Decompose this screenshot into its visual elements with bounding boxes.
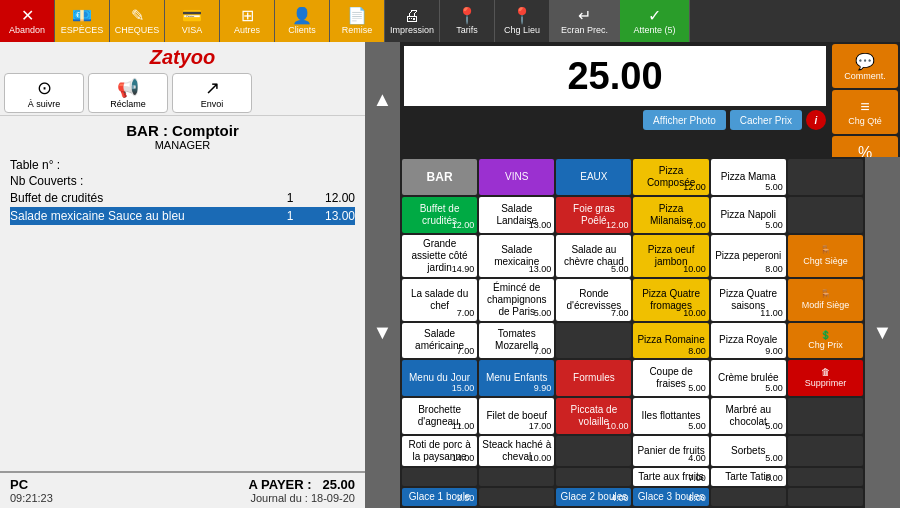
menu-cell[interactable]: Panier de fruits4.00 xyxy=(633,436,708,466)
cacher-prix-button[interactable]: Cacher Prix xyxy=(730,110,802,130)
menu-cell[interactable]: Sorbets5.00 xyxy=(711,436,786,466)
pc-label: PC xyxy=(10,477,28,492)
menu-cell[interactable]: Menu Enfants9.90 xyxy=(479,360,554,396)
clients-button[interactable]: 👤 Clients xyxy=(275,0,330,42)
ecran-prec-button[interactable]: ↵ Ecran Prec. xyxy=(550,0,620,42)
reclame-btn[interactable]: 📢 Réclame xyxy=(88,73,168,113)
comment-icon: 💬 xyxy=(855,52,875,71)
menu-cell[interactable]: Pizza Quatre fromages10.00 xyxy=(633,279,708,321)
autres-button[interactable]: ⊞ Autres xyxy=(220,0,275,42)
menu-cell-empty xyxy=(788,197,863,233)
menu-cell[interactable]: Crème brulée5.00 xyxy=(711,360,786,396)
menu-cell[interactable]: Pizza Milanaise7.00 xyxy=(633,197,708,233)
table-line: Table n° : xyxy=(10,157,355,173)
menu-cell[interactable]: Piccata de volaille10.00 xyxy=(556,398,631,434)
menu-cell[interactable]: Pizza Quatre saisons11.00 xyxy=(711,279,786,321)
menu-cell[interactable]: Coupe de fraises5.00 xyxy=(633,360,708,396)
tarifs-button[interactable]: 📍 Tarifs xyxy=(440,0,495,42)
menu-cell[interactable]: EAUX xyxy=(556,159,631,195)
chg-lieu-button[interactable]: 📍 Chg Lieu xyxy=(495,0,550,42)
time-display: 09:21:23 xyxy=(10,492,53,504)
menu-cell[interactable]: Roti de porc à la paysanne14.00 xyxy=(402,436,477,466)
menu-cell-empty xyxy=(479,468,554,486)
scroll-right-button[interactable]: ▼ xyxy=(865,157,900,508)
menu-cell[interactable]: Tarte Tatin8.00 xyxy=(711,468,786,486)
menu-cell[interactable]: Tomates Mozarella7.00 xyxy=(479,323,554,359)
a-payer-label: A PAYER : 25.00 xyxy=(249,477,355,492)
scroll-up-button[interactable]: ▲ xyxy=(365,42,400,157)
a-suivre-btn[interactable]: ⊙ À suivre xyxy=(4,73,84,113)
left-footer: PC A PAYER : 25.00 09:21:23 Journal du :… xyxy=(0,471,365,508)
menu-cell-empty: 🪑 Chgt Siège xyxy=(788,235,863,277)
menu-cell[interactable]: Émincé de champignons de Paris5.00 xyxy=(479,279,554,321)
menu-cell[interactable]: Pizza peperoni8.00 xyxy=(711,235,786,277)
menu-cell[interactable]: Pizza Romaine8.00 xyxy=(633,323,708,359)
doc-icon: 📄 xyxy=(347,8,367,24)
menu-cell-empty xyxy=(788,488,863,506)
menu-cell[interactable]: Formules xyxy=(556,360,631,396)
info-button[interactable]: i xyxy=(806,110,826,130)
menu-cell[interactable]: Buffet de crudités12.00 xyxy=(402,197,477,233)
menu-cell[interactable]: Glace 1 boule2.50 xyxy=(402,488,477,506)
menu-cell[interactable]: La salade du chef7.00 xyxy=(402,279,477,321)
menu-cell[interactable]: Steack haché à cheval10.00 xyxy=(479,436,554,466)
menu-cell[interactable]: Salade mexicaine13.00 xyxy=(479,235,554,277)
envoi-btn[interactable]: ↗ Envoi xyxy=(172,73,252,113)
menu-cell-empty xyxy=(556,323,631,359)
menu-cell[interactable]: Iles flottantes5.00 xyxy=(633,398,708,434)
impression-button[interactable]: 🖨 Impression xyxy=(385,0,440,42)
megaphone-icon: 📢 xyxy=(117,77,139,99)
menu-cell[interactable]: Salade Landaise13.00 xyxy=(479,197,554,233)
menu-cell[interactable]: Filet de boeuf17.00 xyxy=(479,398,554,434)
left-subnav: ⊙ À suivre 📢 Réclame ↗ Envoi xyxy=(0,71,365,116)
menu-cell[interactable]: Glace 2 boules4.00 xyxy=(556,488,631,506)
menu-cell[interactable]: Menu du Jour15.00 xyxy=(402,360,477,396)
especes-button[interactable]: 💶 ESPÈCES xyxy=(55,0,110,42)
order-subtitle: MANAGER xyxy=(10,139,355,151)
menu-cell-empty: 🪑 Modif Siège xyxy=(788,279,863,321)
menu-cell[interactable]: Brochette d'agneau,11.00 xyxy=(402,398,477,434)
menu-cell[interactable]: Grande assiette côté jardin14.90 xyxy=(402,235,477,277)
table-row[interactable]: Salade mexicaine Sauce au bleu 1 13.00 xyxy=(10,207,355,225)
brand-name: Zatyoo xyxy=(0,46,365,69)
menu-cell[interactable]: Salade américaine7.00 xyxy=(402,323,477,359)
chg-qte-btn[interactable]: ≡ Chg Qté xyxy=(832,90,898,134)
menu-cell-empty xyxy=(711,488,786,506)
list-icon: ≡ xyxy=(860,98,869,116)
right-panel: ▲ 25.00 Afficher Photo Cacher Prix i 💬 C… xyxy=(365,42,900,508)
check-icon: ✓ xyxy=(648,8,661,24)
card-icon: 💳 xyxy=(182,8,202,24)
menu-cell[interactable]: Tarte aux fruits7.00 xyxy=(633,468,708,486)
menu-cell[interactable]: Pizza oeuf jambon10.00 xyxy=(633,235,708,277)
scroll-left-button[interactable]: ▼ xyxy=(365,157,400,508)
menu-cell[interactable]: Glace 3 boules6.00 xyxy=(633,488,708,506)
menu-cell[interactable]: Ronde d'écrevisses7.00 xyxy=(556,279,631,321)
visa-button[interactable]: 💳 VISA xyxy=(165,0,220,42)
attente-button[interactable]: ✓ Attente (5) xyxy=(620,0,690,42)
menu-cell[interactable]: Pizza Napoli5.00 xyxy=(711,197,786,233)
menu-cell[interactable]: Pizza Mama5.00 xyxy=(711,159,786,195)
menu-cell[interactable]: Marbré au chocolat5.00 xyxy=(711,398,786,434)
menu-cell[interactable]: BAR xyxy=(402,159,477,195)
menu-grid: BAR VINS EAUX Pizza Composée12.00 Pizza … xyxy=(400,157,865,508)
menu-cell[interactable]: Pizza Composée12.00 xyxy=(633,159,708,195)
menu-cell[interactable]: Salade au chèvre chaud5.00 xyxy=(556,235,631,277)
menu-cell[interactable]: Foie gras Poêlé12.00 xyxy=(556,197,631,233)
menu-cell[interactable]: Pizza Royale9.00 xyxy=(711,323,786,359)
menu-cell[interactable]: VINS xyxy=(479,159,554,195)
remise-button[interactable]: 📄 Remise xyxy=(330,0,385,42)
supprimer-btn[interactable]: 🗑 Supprimer xyxy=(788,360,863,396)
table-row[interactable]: Buffet de crudités 1 12.00 xyxy=(10,189,355,207)
menu-cell-empty xyxy=(479,488,554,506)
amount-display: 25.00 xyxy=(404,46,826,106)
total-amount: 25.00 xyxy=(322,477,355,492)
right-sidebar: 💬 Comment. ≡ Chg Qté % Remise xyxy=(830,42,900,157)
comment-btn[interactable]: 💬 Comment. xyxy=(832,44,898,88)
abandon-button[interactable]: ✕ Abandon xyxy=(0,0,55,42)
grid-icon: ⊞ xyxy=(241,8,254,24)
order-title: BAR : Comptoir xyxy=(10,122,355,139)
afficher-photo-button[interactable]: Afficher Photo xyxy=(643,110,726,130)
cheques-button[interactable]: ✎ CHEQUES xyxy=(110,0,165,42)
cheque-icon: ✎ xyxy=(131,8,144,24)
menu-cell-empty xyxy=(556,468,631,486)
